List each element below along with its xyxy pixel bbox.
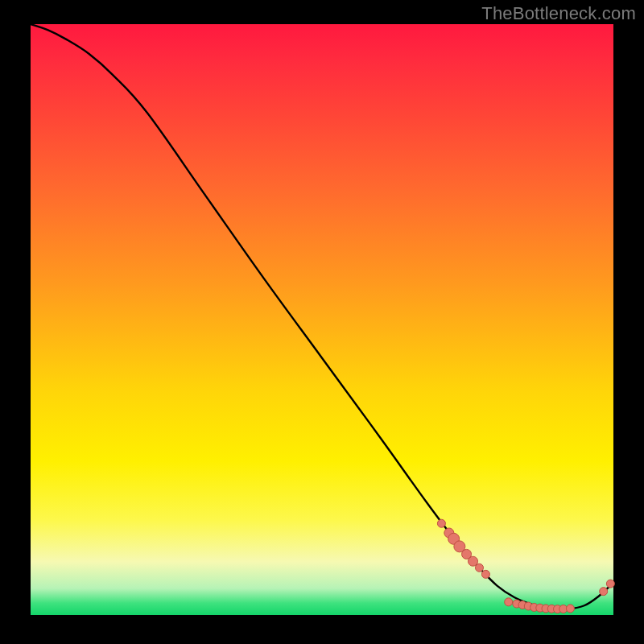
attribution-label: TheBottleneck.com [481, 3, 636, 24]
data-point [437, 519, 445, 527]
plot-area [31, 24, 613, 615]
data-point [475, 564, 483, 572]
chart-stage: TheBottleneck.com [0, 0, 644, 644]
chart-overlay [31, 24, 613, 615]
data-point [566, 605, 574, 613]
data-point [481, 570, 489, 578]
data-point [505, 598, 513, 606]
data-points-group [437, 519, 614, 613]
data-point [600, 588, 608, 596]
data-point [606, 580, 614, 588]
bottleneck-curve [31, 24, 613, 609]
